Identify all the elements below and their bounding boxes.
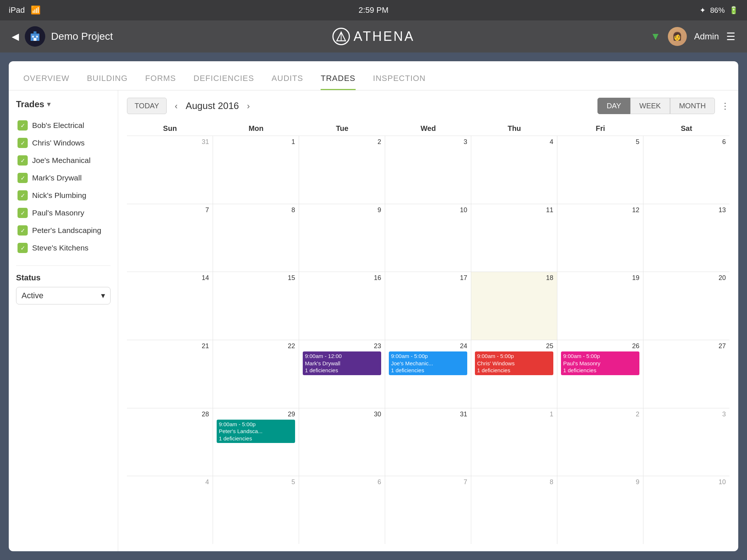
- cal-cell-w2d1[interactable]: 8: [213, 204, 299, 272]
- cal-cell-w4d4-event[interactable]: 25 9:00am - 5:00p Chris' Windows 1 defic…: [471, 340, 557, 408]
- cal-cell-w6d6[interactable]: 10: [643, 476, 729, 544]
- cal-cell-w6d2[interactable]: 6: [299, 476, 385, 544]
- cal-cell-w5d1-event[interactable]: 29 9:00am - 5:00p Peter's Landsca... 1 d…: [213, 408, 299, 476]
- cal-cell-w1d1[interactable]: 1: [213, 136, 299, 204]
- trade-checkbox-joes-mechanical[interactable]: ✓: [18, 155, 28, 166]
- back-button[interactable]: ◀: [12, 31, 19, 42]
- cal-cell-w6d3[interactable]: 7: [385, 476, 471, 544]
- event-sub: 1 deficiencies: [219, 435, 293, 442]
- cal-cell-w2d5[interactable]: 12: [557, 204, 643, 272]
- event-chris-windows[interactable]: 9:00am - 5:00p Chris' Windows 1 deficien…: [475, 351, 553, 375]
- tab-audits[interactable]: AUDITS: [272, 74, 303, 90]
- trade-checkbox-chris-windows[interactable]: ✓: [18, 138, 28, 148]
- trades-label: Trades: [16, 99, 44, 109]
- avatar[interactable]: 👩: [668, 27, 687, 46]
- cal-cell-w5d6[interactable]: 3: [643, 408, 729, 476]
- tab-trades[interactable]: TRADES: [321, 74, 355, 90]
- event-marks-drywall[interactable]: 9:00am - 12:00 Mark's Drywall 1 deficien…: [303, 351, 381, 375]
- cal-cell-w2d0[interactable]: 7: [127, 204, 213, 272]
- event-sub: 1 deficiencies: [563, 367, 637, 374]
- cal-cell-w5d5[interactable]: 2: [557, 408, 643, 476]
- cal-cell-w5d2[interactable]: 30: [299, 408, 385, 476]
- day-view-button[interactable]: DAY: [597, 98, 630, 114]
- trade-checkbox-steves-kitchens[interactable]: ✓: [18, 243, 28, 253]
- cal-date: 25: [475, 342, 553, 350]
- cal-cell-w3d6[interactable]: 20: [643, 272, 729, 340]
- event-pauls-masonry[interactable]: 9:00am - 5:00p Paul's Masonry 1 deficien…: [561, 351, 639, 375]
- cal-cell-w5d3[interactable]: 31: [385, 408, 471, 476]
- trade-name-chris-windows: Chris' Windows: [32, 139, 85, 147]
- trade-name-pauls-masonry: Paul's Masonry: [32, 209, 84, 217]
- tab-inspection[interactable]: INSPECTION: [373, 74, 426, 90]
- cal-cell-w3d2[interactable]: 16: [299, 272, 385, 340]
- cal-cell-w1d6[interactable]: 6: [643, 136, 729, 204]
- cal-cell-w2d3[interactable]: 10: [385, 204, 471, 272]
- cal-cell-w1d2[interactable]: 2: [299, 136, 385, 204]
- calendar-grid: Sun Mon Tue Wed Thu Fri Sat 31 1 2 3: [127, 121, 729, 544]
- trade-checkbox-nicks-plumbing[interactable]: ✓: [18, 190, 28, 201]
- event-peters-landscaping[interactable]: 9:00am - 5:00p Peter's Landsca... 1 defi…: [217, 420, 295, 443]
- cal-cell-w2d6[interactable]: 13: [643, 204, 729, 272]
- cal-cell-w6d1[interactable]: 5: [213, 476, 299, 544]
- cal-cell-w6d5[interactable]: 9: [557, 476, 643, 544]
- cal-cell-w3d4[interactable]: 18: [471, 272, 557, 340]
- cal-cell-w2d2[interactable]: 9: [299, 204, 385, 272]
- trades-filter-header[interactable]: Trades ▾: [16, 99, 111, 109]
- cal-cell-w4d5-event[interactable]: 26 9:00am - 5:00p Paul's Masonry 1 defic…: [557, 340, 643, 408]
- trade-item-steves-kitchens[interactable]: ✓ Steve's Kitchens: [16, 239, 111, 257]
- tab-overview[interactable]: OVERVIEW: [23, 74, 69, 90]
- trade-name-peters-landscaping: Peter's Landscaping: [32, 226, 101, 235]
- athena-logo: ATHENA: [332, 28, 414, 45]
- next-month-button[interactable]: ›: [245, 99, 252, 113]
- week-view-button[interactable]: WEEK: [630, 98, 670, 114]
- cal-date: 31: [389, 411, 467, 418]
- cal-cell-w5d0[interactable]: 28: [127, 408, 213, 476]
- cal-cell-w1d5[interactable]: 5: [557, 136, 643, 204]
- cal-cell-w1d4[interactable]: 4: [471, 136, 557, 204]
- cal-cell-w2d4[interactable]: 11: [471, 204, 557, 272]
- more-options-icon[interactable]: ⋮: [721, 101, 729, 111]
- cal-cell-w3d3[interactable]: 17: [385, 272, 471, 340]
- cal-cell-w4d3-event[interactable]: 24 9:00am - 5:00p Joe's Mechanic... 1 de…: [385, 340, 471, 408]
- cal-cell-w3d5[interactable]: 19: [557, 272, 643, 340]
- trade-checkbox-peters-landscaping[interactable]: ✓: [18, 225, 28, 236]
- cal-cell-w3d1[interactable]: 15: [213, 272, 299, 340]
- cal-cell-w4d1[interactable]: 22: [213, 340, 299, 408]
- status-filter-label: Status: [16, 273, 111, 283]
- event-time: 9:00am - 5:00p: [563, 353, 637, 360]
- cal-date: 20: [647, 274, 726, 282]
- cal-cell-w4d0[interactable]: 21: [127, 340, 213, 408]
- cal-date: 5: [561, 138, 639, 146]
- cal-cell-w4d2-event[interactable]: 23 9:00am - 12:00 Mark's Drywall 1 defic…: [299, 340, 385, 408]
- cal-cell-w1d0[interactable]: 31: [127, 136, 213, 204]
- cal-cell-w6d4[interactable]: 8: [471, 476, 557, 544]
- cal-date: 7: [389, 478, 467, 486]
- month-view-button[interactable]: MONTH: [670, 98, 715, 114]
- today-button[interactable]: TODAY: [127, 98, 167, 114]
- trade-item-chris-windows[interactable]: ✓ Chris' Windows: [16, 134, 111, 152]
- tab-building[interactable]: BUILDING: [87, 74, 128, 90]
- trade-name-steves-kitchens: Steve's Kitchens: [32, 244, 89, 252]
- hamburger-menu-icon[interactable]: ☰: [726, 31, 735, 43]
- cal-cell-w5d4[interactable]: 1: [471, 408, 557, 476]
- cal-cell-w4d6[interactable]: 27: [643, 340, 729, 408]
- trade-item-bobs-electrical[interactable]: ✓ Bob's Electrical: [16, 117, 111, 134]
- tab-forms[interactable]: FORMS: [145, 74, 176, 90]
- cal-cell-w3d0[interactable]: 14: [127, 272, 213, 340]
- trade-item-nicks-plumbing[interactable]: ✓ Nick's Plumbing: [16, 187, 111, 204]
- calendar-week-5: 28 29 9:00am - 5:00p Peter's Landsca... …: [127, 408, 729, 477]
- trade-checkbox-pauls-masonry[interactable]: ✓: [18, 208, 28, 218]
- cal-cell-w6d0[interactable]: 4: [127, 476, 213, 544]
- status-dropdown[interactable]: Active ▾: [16, 287, 111, 304]
- trade-checkbox-marks-drywall[interactable]: ✓: [18, 173, 28, 183]
- event-joes-mechanical[interactable]: 9:00am - 5:00p Joe's Mechanic... 1 defic…: [389, 351, 467, 375]
- day-header-sun: Sun: [127, 121, 213, 136]
- cal-cell-w1d3[interactable]: 3: [385, 136, 471, 204]
- trade-checkbox-bobs-electrical[interactable]: ✓: [18, 120, 28, 131]
- trade-item-marks-drywall[interactable]: ✓ Mark's Drywall: [16, 169, 111, 187]
- trade-item-peters-landscaping[interactable]: ✓ Peter's Landscaping: [16, 222, 111, 239]
- trade-item-pauls-masonry[interactable]: ✓ Paul's Masonry: [16, 204, 111, 222]
- tab-deficiencies[interactable]: DEFICIENCIES: [194, 74, 254, 90]
- trade-item-joes-mechanical[interactable]: ✓ Joe's Mechanical: [16, 152, 111, 169]
- prev-month-button[interactable]: ‹: [173, 99, 180, 113]
